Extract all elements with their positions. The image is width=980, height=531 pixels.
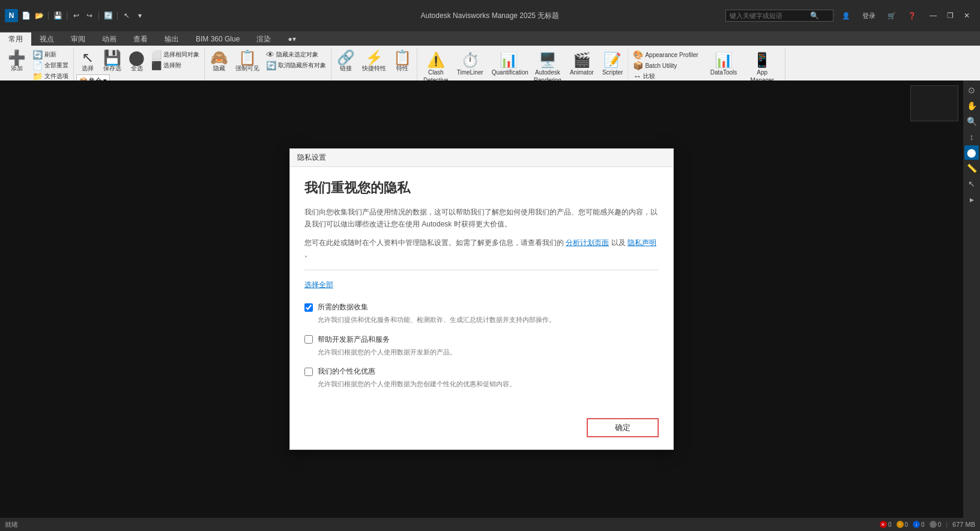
info-dot: i	[913, 521, 920, 528]
zoom-tool[interactable]: 🔍	[964, 114, 979, 129]
other-dot: ·	[930, 521, 937, 528]
select-all-button[interactable]: ⬤ 全选	[126, 49, 148, 73]
right-panel: ⊙ ✋ 🔍 ↕ ⬤ 📏 ↖ ▸	[963, 80, 980, 518]
select-button[interactable]: ↖ 选择	[76, 49, 99, 73]
privacy-dialog: 隐私设置 我们重视您的隐私 我们向您收集我们产品使用情况的数据，这可以帮助我们了…	[289, 148, 674, 449]
tab-review[interactable]: 审阅	[62, 32, 94, 46]
qa-cursor[interactable]: ↖	[121, 10, 132, 21]
qa-undo[interactable]: ↩	[71, 10, 82, 21]
file-icon: 📁	[32, 71, 43, 81]
visibility-stack: 👁 隐藏未选定对象 🔄 取消隐藏所有对象	[264, 49, 328, 71]
info-count: 0	[921, 521, 925, 528]
qa-open[interactable]: 📂	[34, 10, 44, 21]
cart-icon[interactable]: 🛒	[884, 11, 900, 21]
qa-dropdown[interactable]: ▾	[135, 10, 145, 21]
warning-dot: !	[897, 521, 904, 528]
quantification-label: Quantification	[492, 68, 525, 76]
dialog-footer: 确定	[290, 411, 673, 449]
option1-header: 所需的数据收集	[304, 302, 659, 312]
force-visible-label: 强制可见	[235, 65, 259, 72]
properties-button[interactable]: 📋 特性	[390, 49, 414, 73]
force-visible-button[interactable]: 📋 强制可见	[232, 49, 262, 73]
links-text-before: 您可在此处或随时在个人资料中管理隐私设置。如需了解更多信息，请查看我们的	[304, 238, 564, 247]
hide-button[interactable]: 🙈 隐藏	[207, 49, 231, 73]
analytics-link[interactable]: 分析计划页面	[566, 238, 609, 247]
timeliner-button[interactable]: ⏱️ TimeLiner	[453, 49, 487, 79]
select-tool[interactable]: ⬤	[964, 145, 979, 160]
select-stack: ⬜ 选择相同对象 ⬛ 选择附	[149, 49, 202, 73]
datatools-icon: 📊	[715, 52, 733, 68]
select-all-link[interactable]: 选择全部	[304, 280, 659, 290]
links-label: 链接	[340, 65, 352, 72]
option3-checkbox[interactable]	[304, 368, 313, 376]
qa-redo[interactable]: ↪	[84, 10, 95, 21]
hide-unselected-button[interactable]: 👁 隐藏未选定对象	[264, 49, 328, 60]
privacy-option-3: 我们的个性化优惠 允许我们根据您的个人使用数据为您创建个性化的优惠和促销内容。	[304, 366, 659, 389]
datatools-button[interactable]: 📊 DataTools	[707, 49, 740, 79]
select-label: 选择	[82, 65, 94, 72]
batch-utility-icon: 📦	[633, 61, 643, 70]
tab-render[interactable]: 渲染	[248, 32, 279, 46]
cursor-tool[interactable]: ↖	[964, 177, 979, 191]
scripter-button[interactable]: 📝 Scripter	[599, 49, 626, 79]
login-button[interactable]: 登录	[859, 10, 879, 22]
compare-icon: ↔	[633, 71, 641, 81]
links-button[interactable]: 🔗 链接	[334, 49, 358, 73]
select-attach-button[interactable]: ⬛ 选择附	[149, 60, 202, 71]
question-icon[interactable]: ❓	[904, 11, 920, 21]
statusbar-left: 就绪	[5, 520, 18, 529]
tab-bim360[interactable]: BIM 360 Glue	[187, 32, 248, 46]
qa-new[interactable]: 📄	[20, 10, 31, 21]
unhide-all-button[interactable]: 🔄 取消隐藏所有对象	[264, 60, 328, 71]
reset-all-button[interactable]: 📄 全部重置	[30, 60, 71, 71]
ribbon-tab-row: 常用 视点 审阅 动画 查看 输出 BIM 360 Glue 渲染 ●▾	[0, 31, 980, 46]
close-button[interactable]: ✕	[958, 7, 975, 24]
qa-sep2	[67, 11, 67, 20]
measure-tool[interactable]: 📏	[964, 161, 979, 175]
restore-button[interactable]: ❐	[942, 7, 958, 24]
tab-output[interactable]: 输出	[156, 32, 187, 46]
help-icon[interactable]: 👤	[838, 11, 854, 21]
add-button[interactable]: ➕ 添加	[5, 49, 29, 73]
tab-common[interactable]: 常用	[0, 32, 31, 46]
privacy-link[interactable]: 隐私声明	[628, 238, 656, 247]
walk-tool[interactable]: ↕	[964, 130, 979, 144]
option2-label: 帮助开发新产品和服务	[318, 335, 390, 345]
qa-refresh[interactable]: 🔄	[103, 10, 113, 21]
quick-props-icon: ⚡	[365, 50, 383, 65]
privacy-option-1: 所需的数据收集 允许我们提供和优化服务和功能、检测欺诈、生成汇总统计数据并支持内…	[304, 302, 659, 325]
confirm-button[interactable]: 确定	[587, 418, 659, 437]
datatools-label: DataTools	[710, 68, 737, 76]
scripter-icon: 📝	[603, 52, 622, 68]
separator: |	[946, 521, 948, 528]
search-input[interactable]	[730, 12, 808, 19]
batch-utility-button[interactable]: 📦 Batch Utility	[631, 60, 700, 71]
qa-save[interactable]: 💾	[52, 10, 63, 21]
project-stack: 🔄 刷新 📄 全部重置 📁 文件选项	[30, 49, 71, 82]
tab-viewpoint[interactable]: 视点	[31, 32, 62, 46]
tab-view[interactable]: 查看	[125, 32, 156, 46]
select-same-button[interactable]: ⬜ 选择相同对象	[149, 49, 202, 60]
add-icon: ➕	[8, 50, 26, 65]
minimize-button[interactable]: —	[925, 7, 942, 24]
refresh-button[interactable]: 🔄 刷新	[30, 49, 71, 60]
save-select-button[interactable]: 💾 保存选	[100, 49, 124, 73]
appearance-profiler-button[interactable]: 🎨 Appearance Profiler	[631, 49, 700, 60]
tab-more[interactable]: ●▾	[279, 32, 304, 46]
refresh-icon: 🔄	[32, 50, 43, 59]
error-dot: ✕	[880, 521, 887, 528]
select-same-label: 选择相同对象	[163, 50, 199, 59]
pan-tool[interactable]: ✋	[964, 99, 979, 113]
option1-checkbox[interactable]	[304, 303, 313, 312]
orbit-tool[interactable]: ⊙	[964, 83, 979, 97]
links-text-between: 以及	[611, 238, 626, 247]
expand-tool[interactable]: ▸	[964, 192, 979, 207]
option2-checkbox[interactable]	[304, 335, 313, 344]
quantification-button[interactable]: 📊 Quantification	[488, 49, 529, 79]
timeliner-label: TimeLiner	[457, 68, 483, 76]
quick-props-button[interactable]: ⚡ 快捷特性	[359, 49, 389, 73]
status-text: 就绪	[5, 520, 18, 529]
tab-animation[interactable]: 动画	[94, 32, 125, 46]
animator-button[interactable]: 🎬 Animator	[566, 49, 597, 79]
dialog-body: 我们重视您的隐私 我们向您收集我们产品使用情况的数据，这可以帮助我们了解您如何使…	[290, 167, 673, 410]
